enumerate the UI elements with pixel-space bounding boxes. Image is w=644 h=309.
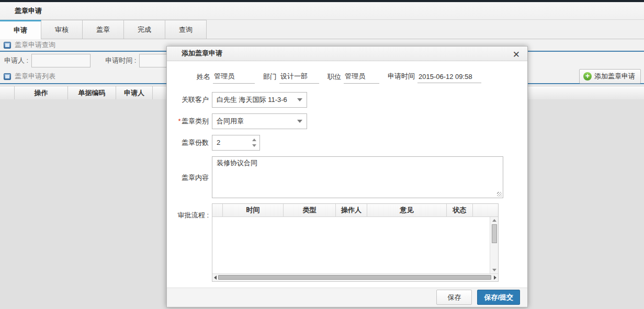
approval-table-body: [212, 217, 498, 273]
chevron-down-icon: [297, 98, 302, 101]
column-header-operation: 操作: [15, 86, 68, 99]
copies-stepper[interactable]: 2: [212, 135, 260, 151]
plus-icon: +: [583, 72, 592, 81]
applicant-label: 申请人 :: [4, 56, 28, 65]
copies-value: 2: [217, 139, 252, 146]
approval-col-time: 时间: [223, 204, 284, 216]
horizontal-scroll-thumb[interactable]: [218, 275, 491, 280]
scroll-up-icon[interactable]: [492, 219, 496, 222]
scroll-left-icon[interactable]: [214, 276, 217, 280]
monitor-icon: [4, 73, 11, 80]
monitor-icon: [4, 42, 11, 49]
approval-row: 审批流程 : 时间 类型 操作人 意见 状态: [177, 203, 527, 282]
content-label: 盖章内容: [177, 173, 212, 182]
scroll-right-icon[interactable]: [494, 276, 496, 280]
seal-type-select[interactable]: 合同用章: [212, 113, 307, 129]
dialog-footer: 保存 保存/提交: [167, 288, 527, 307]
approval-col-opinion: 意见: [367, 204, 447, 216]
vertical-scrollbar[interactable]: [490, 217, 498, 273]
name-value: 管理员: [213, 72, 255, 84]
content-textarea[interactable]: 装修协议合同: [212, 156, 503, 198]
copies-row: 盖章份数 2: [177, 135, 527, 151]
name-label: 姓名: [197, 72, 210, 84]
apply-time-field: 申请时间 2015-06-12 09:58: [388, 72, 481, 83]
arrow-up-icon[interactable]: [252, 139, 256, 141]
horizontal-scrollbar[interactable]: [212, 273, 498, 281]
seal-type-label: *盖章类别: [177, 117, 212, 126]
tab-review[interactable]: 审核: [41, 20, 83, 39]
save-submit-button[interactable]: 保存/提交: [477, 290, 520, 305]
approval-rows-empty: [212, 217, 490, 273]
apply-time-label: 申请时间 :: [105, 56, 136, 65]
page-header: 盖章申请: [0, 2, 644, 20]
scroll-down-icon[interactable]: [492, 269, 496, 271]
approval-col-blank: [212, 204, 223, 216]
info-row: 姓名 管理员 部门 设计一部 职位 管理员 申请时间 2015-06-12 09…: [197, 72, 527, 84]
position-label: 职位: [327, 72, 341, 84]
customer-row: 关联客户 白先生 海天国际 11-3-6: [177, 92, 527, 108]
customer-select[interactable]: 白先生 海天国际 11-3-6: [212, 92, 307, 108]
tab-label: 完成: [138, 25, 151, 35]
approval-col-blank-end: [473, 204, 498, 216]
arrow-down-icon[interactable]: [252, 144, 256, 147]
tab-label: 审核: [55, 25, 69, 35]
customer-label: 关联客户: [177, 95, 212, 105]
close-icon[interactable]: ✕: [513, 50, 520, 60]
seal-type-value: 合同用章: [217, 117, 297, 126]
column-header-select: [0, 86, 15, 99]
approval-col-status: 状态: [447, 204, 473, 216]
required-mark: *: [178, 117, 180, 125]
department-value: 设计一部: [279, 72, 319, 84]
tab-label: 申请: [14, 26, 27, 35]
tab-label: 查询: [179, 25, 193, 35]
tab-bar: 申请 审核 盖章 完成 查询: [0, 20, 644, 39]
resize-grip-icon[interactable]: [497, 192, 502, 197]
approval-label: 审批流程 :: [177, 211, 212, 220]
applicant-input[interactable]: [31, 54, 91, 67]
tab-label: 盖章: [96, 25, 110, 35]
name-field: 姓名 管理员: [197, 72, 255, 84]
dialog-title: 添加盖章申请: [182, 49, 222, 58]
apply-time-value: 2015-06-12 09:58: [417, 73, 481, 83]
approval-col-type: 类型: [284, 204, 336, 216]
dialog-body: 姓名 管理员 部门 设计一部 职位 管理员 申请时间 2015-06-12 09…: [167, 61, 527, 288]
department-field: 部门 设计一部: [263, 72, 319, 84]
approval-table-header: 时间 类型 操作人 意见 状态: [212, 204, 498, 217]
position-field: 职位 管理员: [327, 72, 379, 84]
vertical-scroll-thumb[interactable]: [492, 224, 497, 243]
page-title: 盖章申请: [15, 7, 42, 15]
tab-query[interactable]: 查询: [165, 20, 207, 39]
tab-apply[interactable]: 申请: [0, 20, 41, 39]
stepper-arrows: [252, 139, 256, 147]
copies-label: 盖章份数: [177, 138, 212, 147]
department-label: 部门: [263, 72, 277, 84]
column-header-doc-code: 单据编码: [68, 86, 116, 99]
add-seal-request-button[interactable]: + 添加盖章申请: [579, 69, 641, 84]
save-button[interactable]: 保存: [436, 290, 472, 305]
content-row: 盖章内容 装修协议合同: [177, 156, 527, 200]
apply-time-label: 申请时间: [388, 72, 415, 83]
seal-type-row: *盖章类别 合同用章: [177, 113, 527, 129]
tab-complete[interactable]: 完成: [124, 20, 165, 39]
add-seal-dialog: 添加盖章申请 ✕ 姓名 管理员 部门 设计一部 职位 管理员 申请时间 2015…: [166, 46, 528, 307]
chevron-down-icon: [297, 120, 302, 123]
add-button-label: 添加盖章申请: [594, 72, 635, 81]
column-header-applicant: 申请人: [116, 86, 153, 99]
customer-value: 白先生 海天国际 11-3-6: [217, 95, 297, 105]
position-value: 管理员: [344, 72, 379, 84]
list-panel-title: 盖章申请列表: [15, 72, 55, 81]
approval-table: 时间 类型 操作人 意见 状态: [212, 203, 499, 282]
query-panel-title: 盖章申请查询: [15, 40, 55, 50]
content-textarea-wrap: 装修协议合同: [212, 156, 503, 200]
dialog-header: 添加盖章申请 ✕: [167, 47, 527, 61]
tab-seal[interactable]: 盖章: [83, 20, 124, 39]
approval-col-operator: 操作人: [336, 204, 367, 216]
